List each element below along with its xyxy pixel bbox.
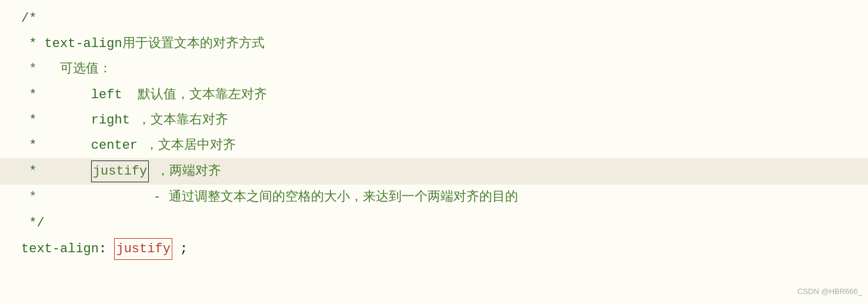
code-block: /* * text-align用于设置文本的对齐方式 * 可选值： * left…: [0, 0, 868, 268]
line5-desc: ，文本居中对齐: [138, 135, 236, 156]
prop-name: text-align: [21, 239, 99, 259]
line1-asterisk: *: [21, 34, 45, 54]
code-line-property: text-align: justify ;: [0, 236, 868, 262]
code-line-5: * center ，文本居中对齐: [0, 133, 868, 158]
line7-text: * - 通过调整文本之间的空格的大小，来达到一个两端对齐的目的: [21, 187, 518, 208]
code-line-2: * 可选值：: [0, 56, 868, 82]
comment-open: /*: [21, 8, 36, 29]
prop-semicolon: ;: [172, 239, 188, 259]
line3-desc: 默认值，文本靠左对齐: [122, 85, 267, 105]
line4-asterisk: *: [21, 110, 45, 131]
line6-asterisk: *: [21, 161, 91, 182]
prop-value-boxed: justify: [114, 238, 172, 260]
code-line-3: * left 默认值，文本靠左对齐: [0, 82, 868, 108]
prop-colon: :: [99, 239, 114, 259]
line4-desc: ，文本靠右对齐: [130, 110, 228, 131]
line6-desc: ，两端对齐: [149, 161, 221, 182]
line3-left: left: [45, 85, 122, 105]
line1-keyword: text-align: [45, 34, 122, 54]
line1-text: 用于设置文本的对齐方式: [122, 34, 265, 54]
code-line-close-comment: */: [0, 211, 868, 236]
code-line-4: * right ，文本靠右对齐: [0, 108, 868, 133]
line3-asterisk: *: [21, 85, 45, 105]
watermark: CSDN @HBR666_: [797, 286, 862, 298]
line2-text: * 可选值：: [21, 59, 112, 79]
line5-center: center: [45, 135, 138, 156]
code-line-open-comment: /*: [0, 6, 868, 31]
comment-close: */: [21, 213, 45, 233]
code-line-7: * - 通过调整文本之间的空格的大小，来达到一个两端对齐的目的: [0, 185, 868, 210]
line5-asterisk: *: [21, 135, 45, 156]
line4-right: right: [45, 110, 130, 131]
code-line-1: * text-align用于设置文本的对齐方式: [0, 31, 868, 56]
line6-justify-boxed: justify: [91, 161, 149, 182]
code-line-6: * justify ，两端对齐: [0, 158, 868, 185]
